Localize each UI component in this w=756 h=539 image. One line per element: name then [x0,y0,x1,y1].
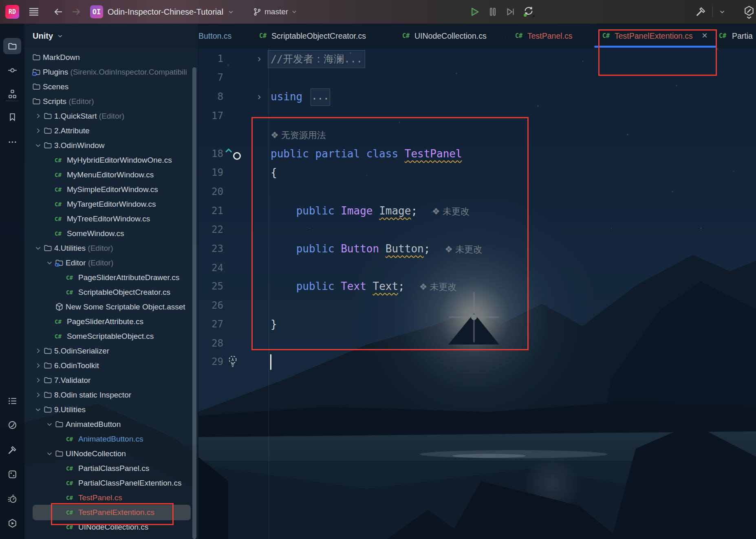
project-folder-button[interactable] [0,38,24,54]
tree-row[interactable]: C#PartialClassPanel.cs [24,461,198,476]
git-branch-widget[interactable]: master [253,0,298,24]
tree-expand-toggle[interactable] [35,391,42,398]
tree-row[interactable]: UINodeCollection [24,446,198,461]
tree-item-label[interactable]: MyHybridEditorWindowOne.cs [67,153,172,168]
tree-item-label[interactable]: 7.Validator [54,373,90,388]
tree-item-label[interactable]: Editor (Editor) [66,256,113,270]
tree-item-label[interactable]: Scripts (Editor) [43,94,94,109]
tree-collapse-toggle[interactable] [46,450,53,457]
tree-item-label[interactable]: PartialClassPanelExtention.cs [78,476,181,490]
tree-item-label[interactable]: Scenes [43,80,68,94]
unity-reload-button[interactable] [522,5,535,19]
tree-collapse-toggle[interactable] [46,421,53,428]
tree-item-label[interactable]: PageSliderAttributeDrawer.cs [78,270,179,285]
tree-row[interactable]: C#PageSliderAttributeDrawer.cs [24,270,198,285]
fold-chevron-icon[interactable]: › [258,49,261,68]
tree-row[interactable]: C#ScriptableObjectCreator.cs [24,285,198,300]
tree-row[interactable]: 6.OdinToolkit [24,358,198,373]
tab-scriptableobjectcreator-cs[interactable]: ScriptableObjectCreator.cs [271,24,366,48]
tree-row[interactable]: C#MyTreeEditorWindow.cs [24,212,198,226]
tree-item-label[interactable]: 2.Attribute [54,124,90,138]
tree-row[interactable]: 7.Validator [24,373,198,388]
tree-row[interactable]: 4.Utilities (Editor) [24,241,198,256]
tree-row[interactable]: C#AnimatedButton.cs [24,432,198,446]
tree-item-label[interactable]: ScriptableObjectCreator.cs [78,285,170,300]
tree-collapse-toggle[interactable] [46,259,53,266]
profiler-button[interactable] [0,490,24,507]
folded-usings[interactable]: ... [311,88,330,106]
build-button[interactable] [695,6,707,17]
tree-expand-toggle[interactable] [35,347,42,354]
step-button[interactable] [505,7,516,17]
tree-item-label[interactable]: MarkDown [43,50,80,65]
tree-row[interactable]: C#MyMenuEditorWindow.cs [24,168,198,182]
more-button[interactable] [0,134,24,150]
tree-item-label[interactable]: Plugins (Sirenix.OdinInspector.Compatibi… [43,65,187,80]
tree-item-label[interactable]: SomeWindow.cs [67,226,124,241]
tree-row[interactable]: 8.Odin static Inspector [24,388,198,402]
project-switcher[interactable]: Odin-Inspector-Chinese-Tutorial [108,0,234,24]
tree-expand-toggle[interactable] [35,127,42,134]
tree-expand-toggle[interactable] [35,377,42,384]
tree-item-label[interactable]: UINodeCollection [66,446,126,461]
todo-list-button[interactable] [0,393,24,409]
tree-collapse-toggle[interactable] [35,406,42,413]
tree-row[interactable]: C#SomeWindow.cs [24,226,198,241]
folded-comment[interactable]: //开发者：海澜... [268,50,365,68]
tree-collapse-toggle[interactable] [35,142,42,149]
intention-bulb-icon[interactable] [227,354,239,369]
forward-button[interactable] [71,7,82,17]
tab-uinodecollection-cs[interactable]: UINodeCollection.cs [414,24,487,48]
tab-partia[interactable]: Partia [732,24,753,48]
override-marker-icon[interactable] [233,152,241,160]
tree-item-label[interactable]: MySimpleEditorWindow.cs [67,182,158,197]
tree-item-label[interactable]: AnimatedButton [66,417,121,432]
tree-item-label[interactable]: 4.Utilities (Editor) [54,241,113,256]
inspections-widget[interactable] [743,5,756,19]
tree-row[interactable]: Scenes [24,80,198,94]
tab-testpanel-cs[interactable]: TestPanel.cs [527,24,573,48]
tree-item-label[interactable]: 3.OdinWindow [54,138,105,153]
problems-button[interactable] [0,417,24,433]
implemented-marker-icon[interactable] [225,148,233,153]
tree-item-label[interactable]: PageSliderAttribute.cs [67,314,143,329]
project-view-selector[interactable]: Unity [33,31,53,41]
tree-expand-toggle[interactable] [35,113,42,119]
fold-chevron-icon[interactable]: › [258,87,261,106]
tree-row[interactable]: Plugins (Sirenix.OdinInspector.Compatibi… [24,65,198,80]
run-configurations-dropdown[interactable] [718,8,726,15]
tree-item-label[interactable]: SomeScriptableObject.cs [67,329,154,344]
tree-item-label[interactable]: MyTreeEditorWindow.cs [67,212,150,226]
project-scrollbar[interactable] [192,67,196,539]
tree-row[interactable]: New Some Scriptable Object.asset [24,300,198,314]
tree-item-label[interactable]: MyMenuEditorWindow.cs [67,168,154,182]
bookmarks-button[interactable] [0,109,24,125]
tree-row[interactable]: 2.Attribute [24,124,198,138]
tree-row[interactable]: Scripts (Editor) [24,94,198,109]
tree-item-label[interactable]: 8.Odin static Inspector [54,388,131,402]
tree-row[interactable]: 5.OdinSerializer [24,344,198,358]
tree-row[interactable]: 3.OdinWindow [24,138,198,153]
tree-item-label[interactable]: 9.Utilities [54,402,86,417]
tree-row[interactable]: MarkDown [24,50,198,65]
tree-item-label[interactable]: PartialClassPanel.cs [78,461,149,476]
run-targets-button[interactable] [0,515,24,531]
run-button[interactable] [469,6,480,18]
tree-row[interactable]: AnimatedButton [24,417,198,432]
tree-item-label[interactable]: AnimatedButton.cs [78,432,143,446]
tree-item-label[interactable]: MyTargetEditorWindow.cs [67,197,156,212]
commit-button[interactable] [0,62,24,78]
unit-tests-button[interactable] [0,466,24,482]
pause-button[interactable] [487,7,498,17]
tree-item-label[interactable]: 5.OdinSerializer [54,344,109,358]
back-button[interactable] [53,7,64,17]
tree-collapse-toggle[interactable] [35,245,42,252]
tree-row[interactable]: C#SomeScriptableObject.cs [24,329,198,344]
tree-row[interactable]: C#PageSliderAttribute.cs [24,314,198,329]
structure-button[interactable] [0,86,24,102]
tree-item-label[interactable]: 6.OdinToolkit [54,358,99,373]
tree-row[interactable]: Editor (Editor) [24,256,198,270]
main-menu-button[interactable] [28,6,40,18]
tree-row[interactable]: C#PartialClassPanelExtention.cs [24,476,198,490]
tree-expand-toggle[interactable] [35,362,42,369]
